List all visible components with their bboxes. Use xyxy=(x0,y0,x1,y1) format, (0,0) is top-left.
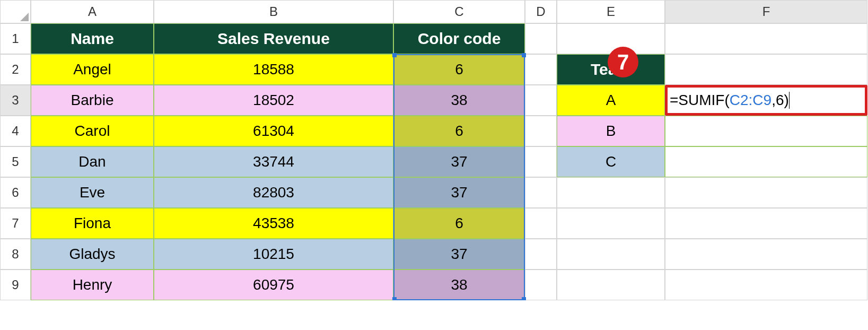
row-header-4[interactable]: 4 xyxy=(0,116,31,146)
formula-suffix: ,6) xyxy=(771,92,789,109)
cell-F6[interactable] xyxy=(665,177,867,208)
cell-A4[interactable]: Carol xyxy=(31,116,154,146)
cell-B8[interactable]: 10215 xyxy=(154,239,393,270)
cell-C5[interactable]: 37 xyxy=(393,146,525,177)
cell-B2[interactable]: 18588 xyxy=(154,54,393,85)
cell-E5[interactable]: C xyxy=(557,146,665,177)
cell-D7[interactable] xyxy=(525,208,557,239)
cell-A9[interactable]: Henry xyxy=(31,270,154,300)
col-header-A[interactable]: A xyxy=(31,0,154,23)
cell-E3[interactable]: A xyxy=(557,85,665,116)
cell-D4[interactable] xyxy=(525,116,557,146)
cell-D9[interactable] xyxy=(525,270,557,300)
header-color-code[interactable]: Color code xyxy=(393,23,525,54)
row-header-3[interactable]: 3 xyxy=(0,85,31,116)
cell-F8[interactable] xyxy=(665,239,867,270)
cell-D1[interactable] xyxy=(525,23,557,54)
row-header-5[interactable]: 5 xyxy=(0,146,31,177)
cell-D6[interactable] xyxy=(525,177,557,208)
formula-prefix: =SUMIF( xyxy=(670,92,730,109)
cell-E6[interactable] xyxy=(557,177,665,208)
cell-E4[interactable]: B xyxy=(557,116,665,146)
cell-C3[interactable]: 38 xyxy=(393,85,525,116)
cell-F3-formula[interactable]: =SUMIF(C2:C9,6) xyxy=(665,85,867,116)
col-header-E[interactable]: E xyxy=(557,0,665,23)
cell-D8[interactable] xyxy=(525,239,557,270)
col-header-C[interactable]: C xyxy=(393,0,525,23)
cell-B9[interactable]: 60975 xyxy=(154,270,393,300)
cell-B5[interactable]: 33744 xyxy=(154,146,393,177)
cell-D3[interactable] xyxy=(525,85,557,116)
cell-F7[interactable] xyxy=(665,208,867,239)
cell-D2[interactable] xyxy=(525,54,557,85)
cell-A5[interactable]: Dan xyxy=(31,146,154,177)
col-header-B[interactable]: B xyxy=(154,0,393,23)
cell-E1[interactable] xyxy=(557,23,665,54)
cell-E8[interactable] xyxy=(557,239,665,270)
cell-F2[interactable] xyxy=(665,54,867,85)
cell-C2[interactable]: 6 xyxy=(393,54,525,85)
cell-F5[interactable] xyxy=(665,146,867,177)
cell-F1[interactable] xyxy=(665,23,867,54)
row-header-7[interactable]: 7 xyxy=(0,208,31,239)
cell-A2[interactable]: Angel xyxy=(31,54,154,85)
col-header-D[interactable]: D xyxy=(525,0,557,23)
cell-A3[interactable]: Barbie xyxy=(31,85,154,116)
cell-F4[interactable] xyxy=(665,116,867,146)
cell-B4[interactable]: 61304 xyxy=(154,116,393,146)
cell-B6[interactable]: 82803 xyxy=(154,177,393,208)
cell-A8[interactable]: Gladys xyxy=(31,239,154,270)
row-header-1[interactable]: 1 xyxy=(0,23,31,54)
cell-C6[interactable]: 37 xyxy=(393,177,525,208)
step-callout-badge: 7 xyxy=(608,47,638,77)
formula-range-ref: C2:C9 xyxy=(730,92,771,109)
cell-B7[interactable]: 43538 xyxy=(154,208,393,239)
cell-C7[interactable]: 6 xyxy=(393,208,525,239)
cell-E7[interactable] xyxy=(557,208,665,239)
cell-C8[interactable]: 37 xyxy=(393,239,525,270)
row-header-6[interactable]: 6 xyxy=(0,177,31,208)
cell-D5[interactable] xyxy=(525,146,557,177)
header-name[interactable]: Name xyxy=(31,23,154,54)
select-all-corner[interactable] xyxy=(0,0,31,23)
header-sales[interactable]: Sales Revenue xyxy=(154,23,393,54)
cell-F9[interactable] xyxy=(665,270,867,300)
row-header-2[interactable]: 2 xyxy=(0,54,31,85)
cell-B3[interactable]: 18502 xyxy=(154,85,393,116)
cell-A6[interactable]: Eve xyxy=(31,177,154,208)
cell-E9[interactable] xyxy=(557,270,665,300)
spreadsheet-grid[interactable]: A B C D E F 1 Name Sales Revenue Color c… xyxy=(0,0,868,300)
cell-A7[interactable]: Fiona xyxy=(31,208,154,239)
row-header-8[interactable]: 8 xyxy=(0,239,31,270)
text-cursor xyxy=(789,92,790,109)
cell-C9[interactable]: 38 xyxy=(393,270,525,300)
cell-C4[interactable]: 6 xyxy=(393,116,525,146)
row-header-9[interactable]: 9 xyxy=(0,270,31,300)
col-header-F[interactable]: F xyxy=(665,0,867,23)
